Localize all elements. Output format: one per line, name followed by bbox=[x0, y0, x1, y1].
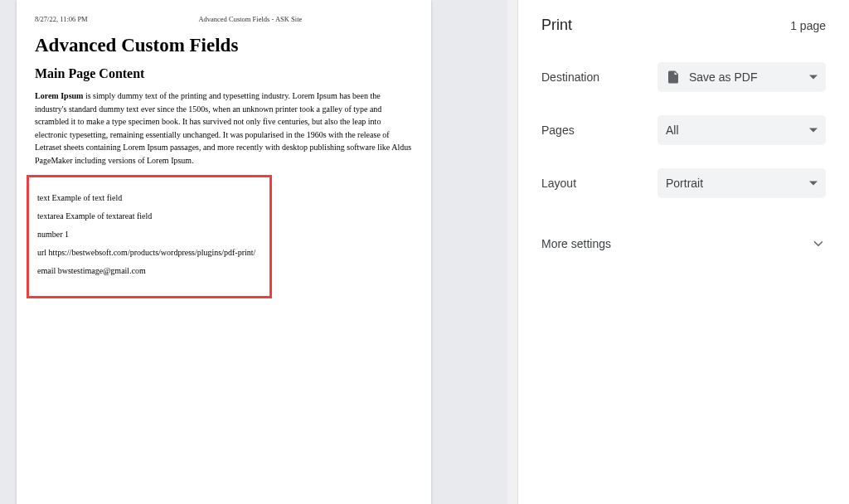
page-header-title: Advanced Custom Fields - ASK Site bbox=[88, 15, 413, 23]
pages-select[interactable]: All bbox=[657, 115, 826, 145]
document-subtitle: Main Page Content bbox=[35, 66, 413, 81]
destination-select[interactable]: Save as PDF bbox=[657, 62, 826, 92]
layout-row: Layout Portrait bbox=[518, 160, 849, 206]
custom-fields-highlight-box: text Example of text field textarea Exam… bbox=[27, 175, 272, 298]
field-email: email bwstestimage@gmail.com bbox=[37, 266, 261, 275]
preview-page: 8/27/22, 11:06 PM Advanced Custom Fields… bbox=[17, 0, 431, 504]
field-url: url https://bestwebsoft.com/products/wor… bbox=[37, 248, 261, 257]
sidebar-title: Print bbox=[541, 17, 572, 34]
pages-label: Pages bbox=[541, 124, 657, 137]
layout-label: Layout bbox=[541, 177, 657, 190]
pdf-icon bbox=[666, 70, 681, 85]
field-number: number 1 bbox=[37, 230, 261, 239]
para-rest: is simply dummy text of the printing and… bbox=[35, 91, 411, 165]
sidebar-header: Print 1 page bbox=[518, 0, 849, 54]
more-settings-label: More settings bbox=[541, 237, 611, 250]
chevron-down-icon bbox=[809, 75, 817, 80]
chevron-down-icon bbox=[809, 182, 817, 186]
chevron-down-icon bbox=[809, 128, 817, 133]
para-lead: Lorem Ipsum bbox=[35, 91, 83, 100]
more-settings-toggle[interactable]: More settings bbox=[518, 213, 849, 259]
pages-value: All bbox=[666, 124, 679, 137]
chevron-down-icon bbox=[811, 236, 826, 251]
field-text: text Example of text field bbox=[37, 193, 261, 202]
layout-value: Portrait bbox=[666, 177, 703, 190]
field-textarea: textarea Example of textareat field bbox=[37, 211, 261, 220]
print-sidebar: Print 1 page Destination Save as PDF Pag… bbox=[517, 0, 849, 504]
destination-row: Destination Save as PDF bbox=[518, 54, 849, 100]
page-count: 1 page bbox=[790, 19, 826, 32]
destination-label: Destination bbox=[541, 70, 657, 84]
layout-select[interactable]: Portrait bbox=[657, 168, 826, 198]
document-title: Advanced Custom Fields bbox=[35, 35, 413, 56]
pages-row: Pages All bbox=[518, 107, 849, 153]
destination-value: Save as PDF bbox=[689, 70, 757, 84]
page-header-row: 8/27/22, 11:06 PM Advanced Custom Fields… bbox=[35, 15, 413, 23]
document-paragraph: Lorem Ipsum is simply dummy text of the … bbox=[35, 90, 413, 167]
preview-scrollbar[interactable] bbox=[507, 0, 517, 504]
print-preview-pane: 8/27/22, 11:06 PM Advanced Custom Fields… bbox=[0, 0, 517, 504]
page-timestamp: 8/27/22, 11:06 PM bbox=[35, 15, 88, 23]
